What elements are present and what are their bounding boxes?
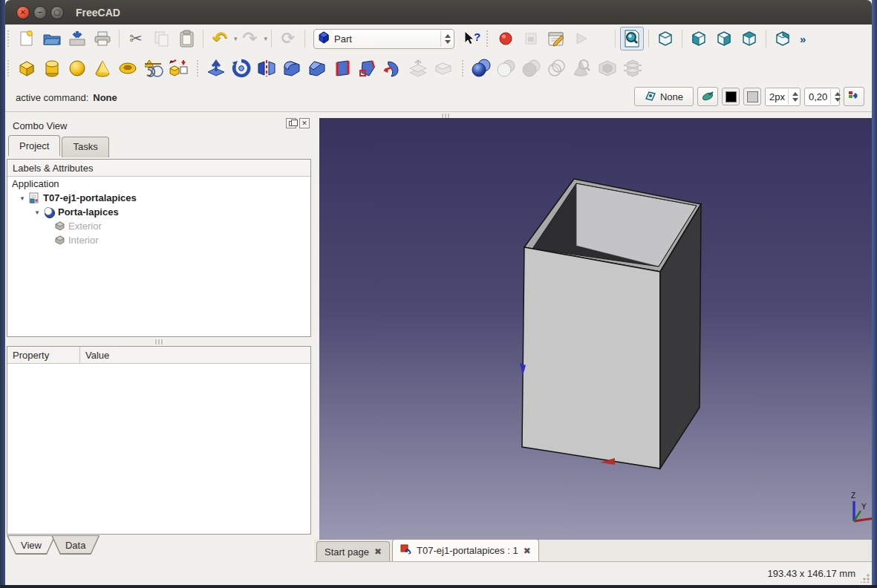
right-view-cube-icon [714,29,734,48]
part-cone-button[interactable] [91,56,114,80]
part-fillet-button[interactable] [280,56,304,80]
close-tab-icon[interactable]: ✖ [374,546,382,557]
open-document-button[interactable] [40,27,64,50]
expander-icon[interactable]: ▾ [18,195,27,202]
part-loft-button[interactable] [356,56,379,80]
part-sweep-button[interactable] [381,56,405,80]
toolbar-handle[interactable] [486,30,489,47]
macro-stop-button[interactable] [519,27,543,50]
titlebar[interactable]: ✕ − ▢ FreeCAD [5,0,872,24]
axonometric-cube-icon [656,29,675,48]
face-selection-button[interactable]: None [634,87,694,106]
face-color-swatch[interactable] [743,88,761,105]
tree-row-document[interactable]: ▾ T07-ej1-portalapices [7,191,310,205]
view-front-button[interactable] [687,27,711,50]
part-cylinder-button[interactable] [40,56,64,80]
part-sphere-button[interactable] [65,56,89,80]
new-document-button[interactable] [15,27,39,50]
view-top-button[interactable] [737,27,761,50]
part-revolve-button[interactable] [229,56,253,80]
print-button[interactable] [91,27,114,50]
apply-to-selection-button[interactable] [844,87,864,106]
macro-edit-button[interactable] [544,27,568,50]
panel-splitter[interactable] [7,337,311,346]
shape-builder-button[interactable] [166,56,190,80]
property-column-header[interactable]: Property [7,347,80,363]
toolbar-handle[interactable] [197,60,200,76]
make-face-button[interactable] [330,56,354,80]
boolean-cut-button[interactable] [520,56,544,80]
section-button[interactable] [545,56,569,80]
part-offset-button[interactable] [406,56,430,80]
appearance-button[interactable] [697,87,718,106]
tab-tasks[interactable]: Tasks [62,137,108,157]
part-mirror-button[interactable] [255,56,278,80]
check-geometry-button[interactable] [570,56,594,80]
save-document-button[interactable] [65,27,89,50]
view-axonometric-button[interactable] [653,27,677,50]
window-maximize-button[interactable]: ▢ [50,6,64,19]
dock-float-button[interactable] [286,118,296,128]
undo-dropdown-arrow[interactable]: ▾ [234,35,238,42]
whatsthis-button[interactable]: ? [460,27,483,50]
tree-row-interior[interactable]: Interior [7,233,310,247]
fit-all-button[interactable] [620,27,644,50]
tree-row-application[interactable]: Application [7,177,310,191]
dock-buttons: ✕ [286,118,310,128]
part-chamfer-button[interactable] [305,56,329,80]
tab-document-view[interactable]: T07-ej1-portalapices : 1 ✖ [392,539,539,561]
part-primitives-button[interactable] [141,56,165,80]
line-width-spinbox[interactable]: 2px [765,88,801,106]
boolean-union-button[interactable] [469,56,493,80]
3d-viewport[interactable]: Z Y X [319,118,872,540]
workbench-selector[interactable]: Part [313,29,454,49]
spin-up-icon [445,34,451,38]
toolbar-overflow-button[interactable]: » [800,33,806,45]
line-color-swatch[interactable] [722,88,740,105]
torus-primitive-icon [117,58,138,79]
feature-label: Interior [68,235,98,246]
value-column-header[interactable]: Value [80,347,310,363]
redo-button[interactable]: ↷ [238,27,262,50]
tab-project[interactable]: Project [8,135,60,156]
transparency-spinbox[interactable]: 0,20 [804,88,840,106]
view-isometric-button[interactable] [771,27,795,50]
expander-icon[interactable]: ▾ [33,209,42,216]
dock-close-button[interactable]: ✕ [299,118,310,128]
part-torus-button[interactable] [116,56,140,80]
clipboard-icon [177,29,195,48]
toolbar-separator [203,30,203,48]
cut-button[interactable]: ✂ [124,27,148,50]
part-box-button[interactable] [15,56,39,80]
toolbar-handle[interactable] [462,60,465,76]
defeaturing-button[interactable] [596,56,619,80]
resize-grip[interactable] [861,574,870,583]
undo-button[interactable]: ↶ [208,27,232,50]
tab-view[interactable]: View [7,535,56,555]
macro-play-button[interactable] [570,27,593,50]
line-width-arrows[interactable] [788,89,798,105]
cross-sections-button[interactable] [621,56,645,80]
tree-row-body[interactable]: ▾ Porta-lapices [7,205,310,219]
view-right-button[interactable] [712,27,736,50]
transparency-arrows[interactable] [830,89,841,105]
boolean-common-button[interactable] [495,56,518,80]
macro-record-button[interactable] [494,27,518,50]
window-minimize-button[interactable]: − [33,6,47,19]
tree-row-exterior[interactable]: Exterior [7,219,310,233]
paste-button[interactable] [175,27,198,50]
close-tab-icon[interactable]: ✖ [524,546,531,556]
refresh-button[interactable]: ⟳ [276,27,300,50]
part-thickness-button[interactable] [431,56,455,80]
workbench-spin-arrows[interactable] [440,31,451,47]
part-extrude-button[interactable] [204,56,228,80]
toolbar-handle[interactable] [7,30,10,47]
copy-button[interactable] [149,27,173,50]
toolbar-handle[interactable] [7,60,10,76]
dimension-readout: 193.43 x 146.17 mm [767,568,855,579]
pencil-holder-model[interactable] [520,179,701,468]
tab-data[interactable]: Data [51,535,100,555]
tab-start-page[interactable]: Start page ✖ [316,541,390,561]
redo-dropdown-arrow[interactable]: ▾ [264,35,268,42]
window-close-button[interactable]: ✕ [16,6,30,19]
